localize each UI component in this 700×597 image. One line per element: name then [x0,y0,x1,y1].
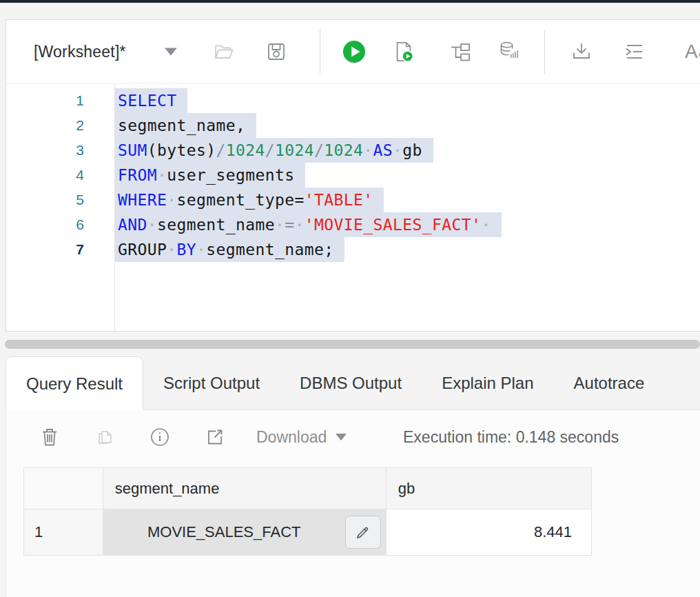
code-token: · [167,241,176,259]
tab-query-result[interactable]: Query Result [6,356,143,410]
toolbar-separator [544,30,545,74]
selected-text-highlight: SELECT [115,88,187,113]
chevron-down-icon[interactable] [165,48,177,56]
result-grid-body: 1MOVIE_SALES_FACT8.441 [24,509,591,555]
row-number-cell[interactable]: 1 [24,509,103,555]
code-area[interactable]: SELECTsegment_name,SUM(bytes)/1024/1024/… [115,84,700,331]
gb-cell[interactable]: 8.441 [387,509,591,555]
result-grid-header: segment_namegb [24,468,591,509]
code-token: SUM [118,141,147,159]
result-grid: segment_namegb 1MOVIE_SALES_FACT8.441 [23,467,592,556]
text-size-icon[interactable]: Aa [677,40,700,63]
code-token: / [265,141,275,159]
column-header-gb[interactable]: gb [387,468,591,509]
column-header-segment_name[interactable]: segment_name [103,468,387,509]
execution-time-label: Execution time: 0.148 seconds [403,424,619,450]
run-statement-icon[interactable] [342,40,366,63]
code-token: SELECT [118,92,176,110]
window-top-bar [0,0,700,3]
code-token: segment_type= [177,191,305,209]
code-token: segment_name, [118,117,245,134]
selected-text-highlight: AND·segment_name·=·'MOVIE_SALES_FACT'· [115,212,502,237]
code-token: · [294,216,304,234]
edit-cell-button[interactable] [345,516,381,549]
code-token: · [196,241,206,259]
code-token: / [314,141,324,159]
segment-name-value: MOVIE_SALES_FACT [103,523,345,541]
table-row: 1MOVIE_SALES_FACT8.441 [24,509,591,555]
code-token: AND [118,216,147,234]
code-token: 'MOVIE_SALES_FACT' [305,216,481,234]
code-token: · [363,141,373,159]
code-token: GROUP [118,241,167,259]
download-dropdown[interactable]: Download [256,424,347,450]
code-token: 'TABLE' [305,191,373,209]
toolbar-separator [320,30,320,74]
pencil-icon [354,523,372,541]
line-number: 6 [6,212,114,237]
code-token: · [393,141,402,159]
line-number: 1 [6,88,114,113]
code-token: · [481,216,491,234]
open-in-new-icon[interactable] [202,424,228,450]
tab-explain-plan[interactable]: Explain Plan [422,356,553,410]
code-token: segment_name [157,216,275,234]
code-token: WHERE [118,191,167,209]
delete-icon[interactable] [37,424,63,450]
code-line[interactable]: SELECT [115,88,700,113]
sql-worksheet-app: { "window": { "title": "[Worksheet]*" },… [0,0,700,597]
code-token: gb [402,141,422,159]
tab-autotrace[interactable]: Autotrace [554,356,665,410]
code-line[interactable]: FROM·user_segments [115,163,700,188]
worksheet-toolbar: [Worksheet]* [6,20,700,84]
run-script-icon[interactable] [392,40,415,63]
line-number-gutter: 1234567 [6,84,115,331]
selected-text-highlight: WHERE·segment_type='TABLE' [115,188,384,212]
code-line[interactable]: AND·segment_name·=·'MOVIE_SALES_FACT'· [115,212,700,237]
code-line[interactable]: GROUP·BY·segment_name; [115,237,700,262]
line-number: 5 [6,188,114,212]
line-number: 2 [6,113,114,138]
query-result-panel: Download Execution time: 0.148 seconds s… [6,409,700,597]
sql-editor[interactable]: 1234567 SELECTsegment_name,SUM(bytes)/10… [6,84,700,331]
worksheet-title-dropdown[interactable]: [Worksheet]* [34,43,126,61]
line-number: 4 [6,163,114,188]
download-editor-icon[interactable] [570,40,593,63]
result-tab-bar: Query ResultScript OutputDBMS OutputExpl… [6,356,664,410]
column-header-rownum[interactable] [24,468,103,509]
code-token: FROM [118,166,157,184]
open-file-icon[interactable] [212,40,235,63]
code-line[interactable]: WHERE·segment_type='TABLE' [115,188,700,212]
explain-plan-icon[interactable] [449,40,472,63]
tab-dbms-output[interactable]: DBMS Output [280,356,422,410]
selected-text-highlight: FROM·user_segments [115,163,305,188]
selected-text-highlight: GROUP·BY·segment_name; [115,237,344,262]
panel-splitter-handle[interactable] [5,340,700,349]
code-token: 1024 [226,141,265,159]
save-icon[interactable] [265,40,288,63]
code-token: segment_name; [206,241,333,259]
code-token: · [157,166,167,184]
code-token: = [285,216,294,234]
selected-text-highlight: segment_name, [115,113,256,138]
code-line[interactable]: SUM(bytes)/1024/1024/1024·AS·gb [115,138,700,163]
code-token: BY [177,241,197,259]
code-line[interactable]: segment_name, [115,113,700,138]
autotrace-icon[interactable] [498,40,522,63]
download-label: Download [256,428,327,447]
code-token: 1024 [275,141,314,159]
copy-icon[interactable] [92,424,118,450]
chevron-down-icon [336,434,347,441]
info-icon[interactable] [147,424,173,450]
segment-name-cell[interactable]: MOVIE_SALES_FACT [103,509,387,555]
line-number: 7 [6,237,114,262]
code-token: (bytes) [147,141,216,159]
code-token: · [275,216,285,234]
code-token: user_segments [167,166,294,184]
tab-script-output[interactable]: Script Output [143,356,280,410]
format-icon[interactable] [621,40,645,63]
code-token: / [216,141,225,159]
selected-text-highlight: SUM(bytes)/1024/1024/1024·AS·gb [115,138,433,163]
code-token: AS [373,141,393,159]
line-number: 3 [6,138,114,163]
